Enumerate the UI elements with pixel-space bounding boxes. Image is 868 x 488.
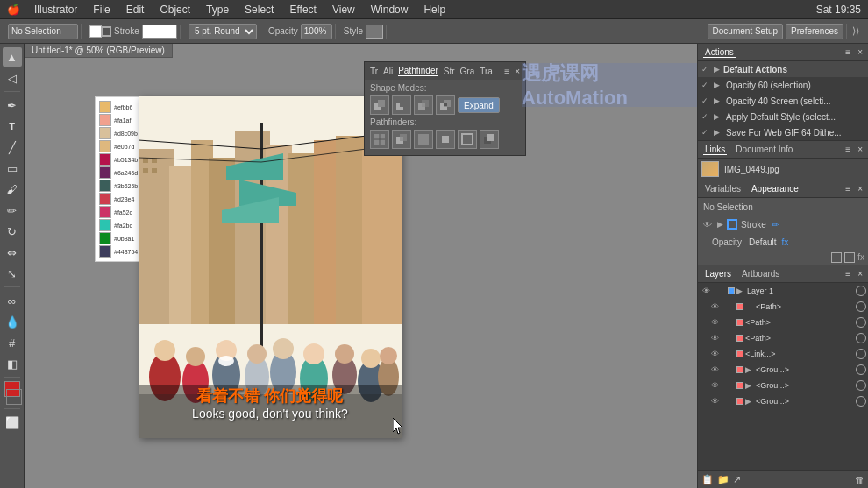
opacity-input[interactable] <box>301 24 332 39</box>
path-2-target[interactable] <box>856 317 866 328</box>
swatch-10[interactable] <box>99 219 111 231</box>
crop-btn[interactable] <box>436 130 455 149</box>
appearance-tab[interactable]: Appearance <box>750 184 800 194</box>
apple-icon[interactable]: 🍎 <box>7 4 20 16</box>
rect-tool[interactable]: ▭ <box>3 159 22 178</box>
stroke-edit-icon[interactable]: ✏ <box>772 220 779 230</box>
swatch-4[interactable] <box>99 140 111 152</box>
layer-1-eye[interactable]: 👁 <box>700 286 712 295</box>
action-item-2[interactable]: ✓ ▶ Opacity 40 Screen (selcti... <box>698 93 868 109</box>
eyedrop-tool[interactable]: 💧 <box>3 312 22 331</box>
unite-btn[interactable] <box>370 95 389 115</box>
link-eye[interactable]: 👁 <box>708 350 721 358</box>
stroke-tri-icon[interactable]: ▶ <box>717 220 723 229</box>
menu-help[interactable]: Help <box>422 4 447 16</box>
path-3-target[interactable] <box>856 333 866 343</box>
canvas-area[interactable]: Untitled-1* @ 50% (RGB/Preview) 遇虎课网 Aut… <box>25 44 697 488</box>
link-target[interactable] <box>856 349 866 359</box>
blend-tool[interactable]: ∞ <box>3 291 22 310</box>
swatch-7[interactable] <box>99 180 111 192</box>
layer-path-3[interactable]: 👁 <Path> <box>698 330 868 346</box>
menu-edit[interactable]: Edit <box>125 4 146 16</box>
brush-tool[interactable]: 🖌 <box>3 180 22 199</box>
sublayer-btn[interactable]: 📁 <box>717 474 729 485</box>
swatch-9[interactable] <box>99 206 111 218</box>
doc-info-tab[interactable]: Document Info <box>734 145 794 154</box>
actions-close-icon[interactable]: × <box>857 47 863 57</box>
intersect-btn[interactable] <box>414 95 433 115</box>
menu-select[interactable]: Select <box>243 4 275 16</box>
type-tool[interactable]: T <box>3 117 22 136</box>
stroke-swatch[interactable] <box>101 26 111 37</box>
group-2-eye[interactable]: 👁 <box>708 381 721 390</box>
minus-back-btn[interactable] <box>480 130 499 149</box>
swatch-1[interactable] <box>99 101 111 113</box>
layer-link[interactable]: 👁 <Link...> <box>698 346 868 362</box>
group-1-expand[interactable]: ▶ <box>745 365 754 374</box>
stroke-eye-icon[interactable]: 👁 <box>703 220 714 230</box>
path-2-eye[interactable]: 👁 <box>708 318 721 327</box>
group-2-expand[interactable]: ▶ <box>745 381 754 390</box>
fill-swatch[interactable] <box>89 25 102 38</box>
path-1-eye[interactable]: 👁 <box>708 302 721 311</box>
layer-path-1[interactable]: 👁 <Path> <box>698 299 868 315</box>
divide-btn[interactable] <box>370 130 389 149</box>
rotate-tool[interactable]: ↻ <box>3 222 22 241</box>
actions-tab[interactable]: Actions <box>703 47 736 58</box>
group-3-eye[interactable]: 👁 <box>708 397 721 406</box>
actions-menu-icon[interactable]: ≡ <box>845 47 850 57</box>
action-item-1[interactable]: ✓ ▶ Opacity 60 (selection) <box>698 77 868 93</box>
swatch-6[interactable] <box>99 166 111 179</box>
stroke-width-select[interactable]: 5 pt. Round <box>189 24 257 39</box>
menu-illustrator[interactable]: Illustrator <box>32 4 79 16</box>
links-menu-icon[interactable]: ≡ <box>845 145 850 154</box>
line-tool[interactable]: ╱ <box>3 138 22 157</box>
pencil-tool[interactable]: ✏ <box>3 201 22 220</box>
path-1-target[interactable] <box>856 301 866 312</box>
ap-add-icon[interactable]: fx <box>857 252 864 263</box>
stroke-color[interactable] <box>6 389 22 405</box>
layers-menu-icon[interactable]: ≡ <box>845 269 850 279</box>
layer-group-1[interactable]: 👁 ▶ <Grou...> <box>698 362 868 378</box>
pf-close-icon[interactable]: × <box>515 67 520 76</box>
expand-button[interactable]: Expand <box>458 97 500 113</box>
select-tool[interactable]: ▲ <box>3 47 22 67</box>
delete-layer-btn[interactable]: 🗑 <box>855 475 864 485</box>
swatch-11[interactable] <box>99 232 111 244</box>
pf-menu-icon[interactable]: ≡ <box>504 67 509 76</box>
menu-type[interactable]: Type <box>204 4 231 16</box>
action-item-4[interactable]: ✓ ▶ Save For Web GIF 64 Dithe... <box>698 124 868 140</box>
pf-tab-str[interactable]: Str <box>444 67 455 76</box>
links-close-icon[interactable]: × <box>857 145 863 154</box>
action-item-3[interactable]: ✓ ▶ Apply Default Style (select... <box>698 109 868 124</box>
stroke-color-icon[interactable] <box>727 219 737 230</box>
opacity-link-icon[interactable]: fx <box>782 237 789 247</box>
layer-path-2[interactable]: 👁 <Path> <box>698 315 868 330</box>
gradient-tool[interactable]: ◧ <box>3 354 22 373</box>
layer-group-3[interactable]: 👁 ▶ <Grou...> <box>698 393 868 409</box>
link-item-1[interactable]: IMG_0449.jpg <box>698 159 868 180</box>
mesh-tool[interactable]: # <box>3 333 22 352</box>
menu-effect[interactable]: Effect <box>288 4 317 16</box>
layer-group-2[interactable]: 👁 ▶ <Grou...> <box>698 378 868 393</box>
group-2-target[interactable] <box>856 380 866 391</box>
group-1-eye[interactable]: 👁 <box>708 365 721 374</box>
minus-front-btn[interactable] <box>392 95 411 115</box>
swatch-12[interactable] <box>99 245 111 258</box>
pf-tab-pathfinder[interactable]: Pathfinder <box>398 66 438 76</box>
scale-tool[interactable]: ⤡ <box>3 264 22 283</box>
group-3-target[interactable] <box>856 396 866 407</box>
move-selection-btn[interactable]: ↗ <box>733 474 741 485</box>
mirror-tool[interactable]: ⇔ <box>3 243 22 262</box>
swatch-2[interactable] <box>99 114 111 126</box>
links-tab[interactable]: Links <box>703 145 727 155</box>
artboards-tab[interactable]: Artboards <box>740 269 781 279</box>
pen-tool[interactable]: ✒ <box>3 95 22 115</box>
selection-field[interactable] <box>8 24 78 39</box>
screen-mode-btn[interactable]: ⬜ <box>3 413 22 432</box>
menu-file[interactable]: File <box>91 4 111 16</box>
swatch-8[interactable] <box>99 193 111 205</box>
actions-folder[interactable]: ✓ ▶ Default Actions <box>698 61 868 77</box>
group-1-target[interactable] <box>856 364 866 375</box>
exclude-btn[interactable] <box>436 95 455 115</box>
